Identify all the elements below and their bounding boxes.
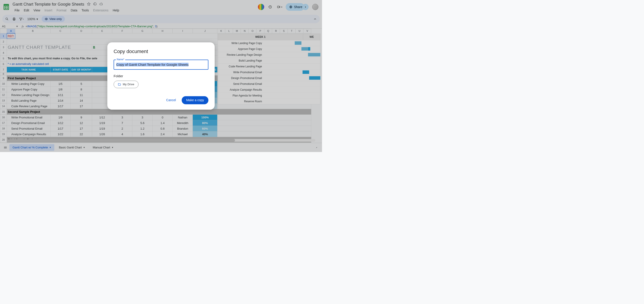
folder-icon <box>118 83 121 86</box>
folder-chip[interactable]: My Drive <box>114 81 138 88</box>
name-field-label: Name* <box>116 58 125 61</box>
copy-document-dialog: Copy document Name* Copy of Gantt Chart … <box>107 42 215 110</box>
folder-name: My Drive <box>123 83 134 86</box>
name-input[interactable]: Copy of Gantt Chart Template for Google … <box>114 60 208 70</box>
folder-label: Folder <box>114 74 208 78</box>
modal-title: Copy document <box>114 49 208 54</box>
cancel-button[interactable]: Cancel <box>164 96 179 104</box>
make-copy-button[interactable]: Make a copy <box>182 96 208 104</box>
